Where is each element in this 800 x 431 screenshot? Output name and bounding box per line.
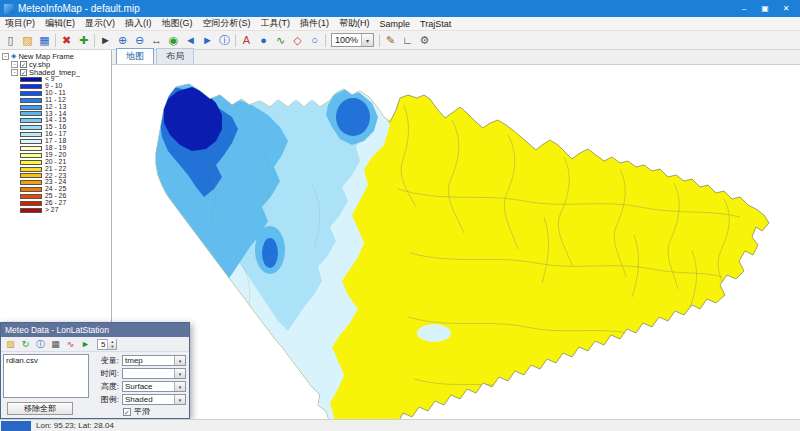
draw-circle-icon[interactable]: ○ bbox=[306, 32, 323, 48]
minimize-button[interactable]: – bbox=[734, 1, 754, 16]
title-bar: MeteoInfoMap - default.mip – ▣ ✕ bbox=[0, 0, 800, 17]
zoom-level-combobox[interactable]: 100% ▾ bbox=[331, 33, 374, 47]
smooth-checkbox[interactable]: ✓ bbox=[123, 408, 131, 416]
menu-item-trajstat[interactable]: TrajStat bbox=[415, 17, 456, 30]
variable-label: 变量: bbox=[93, 355, 119, 366]
chevron-down-icon[interactable]: ▾ bbox=[174, 369, 185, 378]
menu-item-map[interactable]: 地图(G) bbox=[157, 17, 198, 30]
add-text-icon[interactable]: A bbox=[238, 32, 255, 48]
zoom-next-icon[interactable]: ► bbox=[199, 32, 216, 48]
point-size-value: 5 bbox=[101, 340, 105, 349]
variable-combobox[interactable]: tmep ▾ bbox=[122, 355, 186, 366]
legend-type-label: 图例: bbox=[93, 394, 119, 405]
legend-swatch bbox=[20, 139, 42, 144]
data-file-list[interactable]: rdian.csv bbox=[3, 354, 89, 398]
legend-type-combobox[interactable]: Shaded ▾ bbox=[122, 394, 186, 405]
open-folder-icon[interactable]: ▨ bbox=[19, 32, 36, 48]
chevron-down-icon[interactable]: ▾ bbox=[361, 34, 373, 46]
maximize-button[interactable]: ▣ bbox=[755, 1, 775, 16]
window-title: MeteoInfoMap - default.mip bbox=[18, 3, 734, 14]
select-arrow-icon[interactable]: ► bbox=[97, 32, 114, 48]
zoom-previous-icon[interactable]: ◄ bbox=[182, 32, 199, 48]
shade-pale-island bbox=[417, 324, 451, 342]
dialog-title: Meteo Data - LonLatStation bbox=[5, 325, 109, 335]
tree-node-layer-shaded[interactable]: - ✓ Shaded_tmep_ bbox=[2, 68, 111, 76]
variable-value: tmep bbox=[125, 356, 174, 365]
draw-polygon-icon[interactable]: ◇ bbox=[289, 32, 306, 48]
legend-swatch bbox=[20, 153, 42, 158]
legend-field-row: 图例: Shaded ▾ bbox=[93, 393, 186, 406]
toolbar-separator bbox=[55, 34, 56, 47]
dialog-fields: 变量: tmep ▾ 时间: ▾ 高度: Surface bbox=[93, 354, 186, 417]
legend-swatch bbox=[20, 111, 42, 116]
point-size-spinner[interactable]: 5 ▴ ▾ bbox=[97, 339, 117, 350]
tab-layout[interactable]: 布局 bbox=[156, 48, 194, 64]
open-file-icon[interactable]: ▨ bbox=[3, 338, 18, 351]
info-icon[interactable]: ⓘ bbox=[33, 338, 48, 351]
expander-icon[interactable]: - bbox=[11, 69, 18, 76]
tab-map[interactable]: 地图 bbox=[116, 48, 154, 64]
time-combobox[interactable]: ▾ bbox=[122, 368, 186, 379]
time-field-row: 时间: ▾ bbox=[93, 367, 186, 380]
new-document-icon[interactable]: ▯ bbox=[2, 32, 19, 48]
spinner-buttons[interactable]: ▴ ▾ bbox=[107, 339, 116, 349]
refresh-icon[interactable]: ↻ bbox=[18, 338, 33, 351]
legend-swatch bbox=[20, 160, 42, 165]
level-combobox[interactable]: Surface ▾ bbox=[122, 381, 186, 392]
application-window: MeteoInfoMap - default.mip – ▣ ✕ 项目(P) 编… bbox=[0, 0, 800, 431]
meteo-data-dialog[interactable]: Meteo Data - LonLatStation ▨ ↻ ⓘ ▦ ∿ ► 5… bbox=[0, 322, 190, 419]
add-layer-icon[interactable]: ✚ bbox=[75, 32, 92, 48]
menu-item-view[interactable]: 显示(V) bbox=[80, 17, 120, 30]
draw-map-icon[interactable]: ► bbox=[78, 338, 93, 351]
expander-icon[interactable]: - bbox=[11, 61, 18, 68]
chevron-down-icon[interactable]: ▾ bbox=[174, 395, 185, 404]
layer-visibility-checkbox[interactable]: ✓ bbox=[20, 61, 27, 68]
draw-point-icon[interactable]: ● bbox=[255, 32, 272, 48]
chevron-down-icon[interactable]: ▾ bbox=[174, 382, 185, 391]
pan-icon[interactable]: ↔ bbox=[148, 32, 165, 48]
window-controls: – ▣ ✕ bbox=[734, 1, 796, 16]
data-table-icon[interactable]: ▦ bbox=[48, 338, 63, 351]
menu-item-tools[interactable]: 工具(T) bbox=[256, 17, 296, 30]
map-canvas[interactable] bbox=[112, 65, 800, 419]
close-red-icon[interactable]: ✖ bbox=[58, 32, 75, 48]
menu-item-plugins[interactable]: 插件(1) bbox=[295, 17, 334, 30]
legend-swatch bbox=[20, 208, 42, 213]
variable-field-row: 变量: tmep ▾ bbox=[93, 354, 186, 367]
legend-swatch bbox=[20, 132, 42, 137]
zoom-in-icon[interactable]: ⊕ bbox=[114, 32, 131, 48]
chevron-down-icon[interactable]: ▾ bbox=[174, 356, 185, 365]
draw-polyline-icon[interactable]: ∿ bbox=[272, 32, 289, 48]
status-coordinates: Lon: 95.23; Lat: 28.04 bbox=[36, 421, 114, 430]
spinner-down-icon[interactable]: ▾ bbox=[108, 344, 116, 349]
settings-gear-icon[interactable]: ⚙ bbox=[416, 32, 433, 48]
full-extent-icon[interactable]: ◉ bbox=[165, 32, 182, 48]
save-icon[interactable]: ▦ bbox=[36, 32, 53, 48]
expander-icon[interactable]: - bbox=[2, 53, 9, 60]
menu-item-project[interactable]: 项目(P) bbox=[0, 17, 40, 30]
dialog-toolbar: ▨ ↻ ⓘ ▦ ∿ ► 5 ▴ ▾ bbox=[1, 337, 189, 352]
menu-item-edit[interactable]: 编辑(E) bbox=[40, 17, 80, 30]
menu-item-sample[interactable]: Sample bbox=[375, 17, 416, 30]
menu-item-spatial-analysis[interactable]: 空间分析(S) bbox=[198, 17, 256, 30]
legend-swatch bbox=[20, 180, 42, 185]
data-file-item[interactable]: rdian.csv bbox=[4, 355, 88, 366]
map-view[interactable] bbox=[112, 65, 800, 419]
remove-all-button[interactable]: 移除全部 bbox=[7, 402, 73, 415]
chart-icon[interactable]: ∿ bbox=[63, 338, 78, 351]
identify-icon[interactable]: ⓘ bbox=[216, 32, 233, 48]
level-label: 高度: bbox=[93, 381, 119, 392]
measure-icon[interactable]: ∟ bbox=[399, 32, 416, 48]
tree-node-map-frame[interactable]: - ◈ New Map Frame bbox=[2, 52, 111, 60]
level-field-row: 高度: Surface ▾ bbox=[93, 380, 186, 393]
menu-item-insert[interactable]: 插入(I) bbox=[120, 17, 157, 30]
layer-visibility-checkbox[interactable]: ✓ bbox=[20, 69, 27, 76]
edit-pencil-icon[interactable]: ✎ bbox=[382, 32, 399, 48]
zoom-out-icon[interactable]: ⊖ bbox=[131, 32, 148, 48]
menu-item-help[interactable]: 帮助(H) bbox=[334, 17, 375, 30]
legend-item[interactable]: > 27 bbox=[2, 207, 111, 214]
dialog-title-bar[interactable]: Meteo Data - LonLatStation bbox=[1, 323, 189, 337]
close-button[interactable]: ✕ bbox=[776, 1, 796, 16]
legend-label: > 27 bbox=[45, 207, 58, 214]
legend-swatch bbox=[20, 118, 42, 123]
